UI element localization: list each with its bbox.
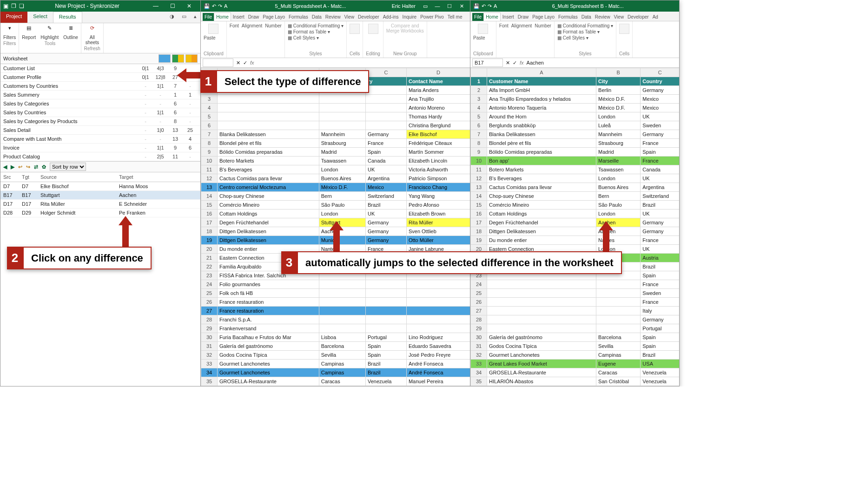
table-row[interactable]: 6Christina Berglund <box>201 121 470 130</box>
link-icon[interactable]: ⇄ <box>34 164 38 170</box>
table-row[interactable]: 33Gourmet LanchonetesCampinasBrazilAndré… <box>201 360 470 368</box>
tab-file[interactable]: File <box>203 13 214 21</box>
table-row[interactable]: 26France <box>471 298 680 307</box>
table-row[interactable]: 31Galería del gastrónomoBarcelonaSpainEd… <box>201 342 470 351</box>
table-row[interactable]: 14Chop-suey ChineseBernSwitzerland <box>471 192 680 201</box>
highlight-button[interactable]: ✎Highlight <box>40 25 59 40</box>
worksheet-row[interactable]: Invoice-1|196 <box>0 144 200 152</box>
worksheet-row[interactable]: Customer List0|14|39 <box>0 64 200 73</box>
ribbon-tab[interactable]: Add-ins <box>381 13 401 21</box>
table-row[interactable]: 10Bon app'MarseilleFrance <box>471 157 680 165</box>
ribbon-tab[interactable]: Home <box>214 13 231 21</box>
excel-b-grid[interactable]: ABC1Customer NameCityCountry2Alfa Import… <box>470 68 680 386</box>
ex-a-ribbontoggle[interactable]: ▭ <box>419 3 431 9</box>
table-row[interactable]: 35HILARIÓN-AbastosSan CristóbalVenezuela <box>471 377 680 386</box>
table-row[interactable]: 5Around the HornLondonUK <box>471 112 680 121</box>
fx-icon[interactable]: fx <box>250 60 254 65</box>
layout2-icon[interactable]: ❏ <box>19 3 24 9</box>
worksheet-row[interactable]: Product Catalog-2|511- <box>0 152 200 161</box>
fx-ok-icon[interactable]: ✓ <box>243 60 247 66</box>
worksheet-row[interactable]: Sales by Categories--6- <box>0 99 200 108</box>
worksheet-row[interactable]: Customer Profile0|112|827- <box>0 73 200 82</box>
next-icon[interactable]: ▶ <box>11 164 14 170</box>
cells-icon[interactable] <box>350 24 360 34</box>
redo-icon[interactable]: ↷ <box>488 3 492 9</box>
ribbon-tab[interactable]: Ad <box>651 13 660 21</box>
table-row[interactable]: 15Comércio MineiroSão PauloBrazil <box>471 201 680 209</box>
table-row[interactable]: 30Furia Bacalhau e Frutos do MarLisboaPo… <box>201 333 470 342</box>
table-row[interactable]: 4Antonio Moreno TaqueríaMéxico D.F.Mexic… <box>471 104 680 112</box>
close-button[interactable]: ✕ <box>181 3 198 9</box>
table-row[interactable]: 25Folk och fä HB <box>201 289 470 298</box>
ribbon-tab[interactable]: Draw <box>246 13 261 21</box>
diff-type-b[interactable] <box>172 54 184 63</box>
table-row[interactable]: 25Sweden <box>471 289 680 298</box>
ribbon-tab[interactable]: Page Layo <box>530 13 556 21</box>
ribbon-tab[interactable]: Home <box>483 13 501 21</box>
maximize-button[interactable]: ☐ <box>164 3 181 9</box>
table-row[interactable]: 26France restauration <box>201 298 470 307</box>
name-box-a[interactable] <box>203 59 233 67</box>
table-row[interactable]: 15Comércio MineiroSão PauloBrazilPedro A… <box>201 201 470 209</box>
paste-icon[interactable] <box>208 24 218 34</box>
diff-row[interactable]: D17D17Rita MüllerE Schneider <box>0 200 200 209</box>
excel-b-titlebar[interactable]: 💾 ↶ ↷ A 6_Multi Spreadsheet B - Matc... <box>470 0 680 12</box>
tab-select[interactable]: Select <box>27 12 53 23</box>
name-box-b[interactable]: B17 <box>472 59 503 67</box>
ribbon-tab[interactable]: Review <box>593 13 612 21</box>
table-row[interactable]: 7Blanka DelikatessenMannheimGermanyElke … <box>201 130 470 139</box>
paste-icon[interactable] <box>478 24 488 34</box>
save-icon[interactable]: 💾 <box>473 3 480 9</box>
table-row[interactable]: 34GROSELLA-RestauranteCaracasVenezuela <box>471 368 680 377</box>
undo-icon[interactable]: ↶ <box>212 3 216 9</box>
minimize-button[interactable]: — <box>147 3 164 9</box>
table-row[interactable]: 18Dittgen DelikatessenAachenGermany <box>471 227 680 236</box>
help-icon[interactable]: ◑ <box>166 12 178 23</box>
redo-icon[interactable]: ↷ <box>218 3 222 9</box>
table-row[interactable]: 13Cactus Comidas para llevarBuenos Aires… <box>471 183 680 192</box>
ribbon-tab[interactable]: Formulas <box>556 13 580 21</box>
worksheet-row[interactable]: Customers by Countries-1|17- <box>0 82 200 91</box>
collapse-icon[interactable]: ▴ <box>190 12 200 23</box>
table-row[interactable]: 36HILARIÓN-AbastosSan CristóbalVenezuela… <box>201 386 470 386</box>
table-row[interactable]: 30Galería del gastrónomoBarcelonaSpain <box>471 333 680 342</box>
diff-row[interactable]: D7D7Elke BischofHanna Moos <box>0 182 200 191</box>
fx-icon[interactable]: fx <box>520 60 524 65</box>
undo-icon[interactable]: ↶ <box>482 3 486 9</box>
filters-button[interactable]: ▾Filters <box>3 25 16 40</box>
editing-icon[interactable] <box>368 24 378 34</box>
ribbon-tab[interactable]: Draw <box>516 13 530 21</box>
table-row[interactable]: 29Portugal <box>471 324 680 333</box>
table-row[interactable]: 27France restauration <box>201 307 470 315</box>
worksheet-row[interactable]: Compare with Last Month--134 <box>0 135 200 144</box>
refresh-button[interactable]: ⟳All sheets <box>86 25 99 45</box>
table-row[interactable]: 11Botero MarketsTsawassenCanada <box>471 165 680 174</box>
table-row[interactable]: 7Blanka DelikatessenMannheimGermany <box>471 130 680 139</box>
table-row[interactable]: 8Blondel père et filsStrasbourgFrance <box>471 139 680 148</box>
sort-select[interactable]: Sort by row <box>50 163 86 171</box>
table-row[interactable]: 28Germany <box>471 315 680 324</box>
table-row[interactable]: 10Botero MarketsTsawassenCanadaElizabeth… <box>201 157 470 165</box>
table-row[interactable]: 6Berglunds snabbköpLuleåSweden <box>471 121 680 130</box>
gear-icon[interactable]: ✿ <box>42 164 46 170</box>
table-row[interactable]: 17Degen FrüchtehandelAachenGermany <box>471 218 680 227</box>
tab-project[interactable]: Project <box>0 12 27 23</box>
ribbon-tab[interactable]: Data <box>310 13 324 21</box>
ribbon-tab[interactable]: Power Pivo <box>418 13 446 21</box>
table-row[interactable]: 3Ana Trujillo Emparedados y heladosMéxic… <box>471 95 680 104</box>
table-row[interactable]: 32Gourmet LanchonetesCampinasBrazil <box>471 351 680 360</box>
format-table[interactable]: ▦ Format as Table ▾ <box>288 29 344 35</box>
cell-styles[interactable]: ▦ Cell Styles ▾ <box>288 35 344 41</box>
excel-a-titlebar[interactable]: 💾 ↶ ↷ A 5_Multi Spreadsheet A - Matc... … <box>201 0 470 12</box>
table-row[interactable]: 36Hoac Import StoreElginUSA <box>471 386 680 386</box>
ribbon-tab[interactable]: Inquire <box>401 13 419 21</box>
ribbon-tab[interactable]: View <box>612 13 626 21</box>
ex-a-maximize[interactable]: ☐ <box>443 3 456 9</box>
pane-icon[interactable]: ▭ <box>178 12 190 23</box>
tab-file[interactable]: File <box>472 13 483 21</box>
table-row[interactable]: 11B's BeveragesLondonUKVictoria Ashworth <box>201 165 470 174</box>
ribbon-tab[interactable]: Review <box>324 13 343 21</box>
fx-cancel-icon[interactable]: ✕ <box>506 60 510 66</box>
worksheet-row[interactable]: Sales Summery--11 <box>0 91 200 99</box>
table-row[interactable]: 28Franchi S.p.A. <box>201 315 470 324</box>
